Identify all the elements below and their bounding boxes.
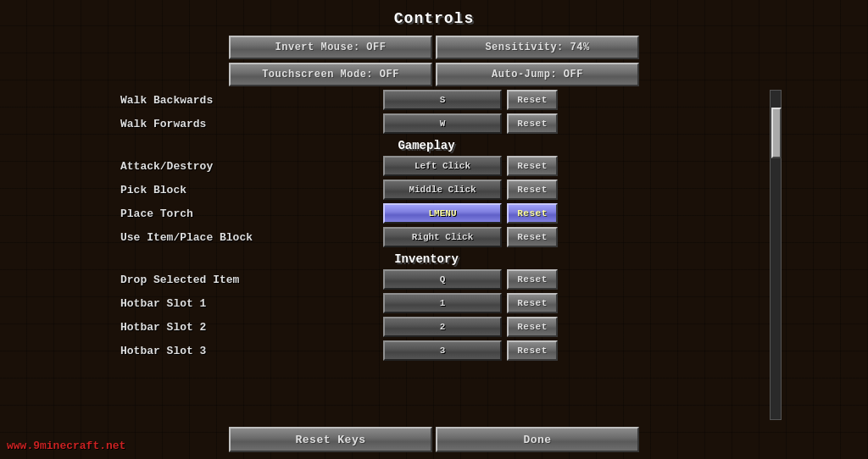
drop-key-button[interactable]: Q	[383, 269, 502, 290]
control-row-walk-forwards: Walk Forwards W Reset	[86, 113, 766, 134]
walk-backwards-reset-button[interactable]: Reset	[507, 90, 558, 110]
hotbar3-label: Hotbar Slot 3	[120, 345, 383, 357]
walk-forwards-reset-col: Reset	[507, 113, 558, 134]
walk-backwards-reset-col: Reset	[507, 90, 558, 110]
walk-backwards-label: Walk Backwards	[120, 94, 383, 107]
auto-jump-button[interactable]: Auto-Jump: OFF	[436, 63, 639, 86]
reset-keys-button[interactable]: Reset Keys	[229, 427, 432, 452]
invert-mouse-button[interactable]: Invert Mouse: OFF	[229, 36, 432, 59]
walk-forwards-key-button[interactable]: W	[383, 113, 502, 134]
hotbar1-label: Hotbar Slot 1	[120, 297, 383, 310]
hotbar3-key: 3	[383, 340, 502, 361]
pick-block-label: Pick Block	[120, 184, 383, 196]
place-torch-label: Place Torch	[120, 207, 383, 220]
touchscreen-mode-button[interactable]: Touchscreen Mode: OFF	[229, 63, 432, 86]
hotbar1-reset-col: Reset	[507, 293, 558, 313]
scroll-area: Walk Backwards S Reset Walk Forwards W R…	[86, 90, 782, 420]
control-row-place-torch: Place Torch LMENU Reset	[86, 203, 766, 224]
bottom-bar: Reset Keys Done	[229, 427, 639, 452]
hotbar2-key: 2	[383, 317, 502, 337]
control-row-use-item: Use Item/Place Block Right Click Reset	[86, 227, 766, 247]
use-item-reset-col: Reset	[507, 227, 558, 247]
hotbar1-key: 1	[383, 293, 502, 313]
pick-block-key-button[interactable]: Middle Click	[383, 180, 502, 200]
use-item-key: Right Click	[383, 227, 502, 247]
pick-block-key: Middle Click	[383, 180, 502, 200]
control-row-attack: Attack/Destroy Left Click Reset	[86, 156, 766, 176]
hotbar3-reset-button[interactable]: Reset	[507, 340, 558, 361]
place-torch-reset-button[interactable]: Reset	[507, 203, 558, 224]
control-row-hotbar3: Hotbar Slot 3 3 Reset	[86, 340, 766, 361]
hotbar3-key-button[interactable]: 3	[383, 340, 502, 361]
hotbar3-reset-col: Reset	[507, 340, 558, 361]
top-buttons-row2: Touchscreen Mode: OFF Auto-Jump: OFF	[229, 63, 639, 86]
attack-reset-col: Reset	[507, 156, 558, 176]
scrollbar-track[interactable]	[770, 90, 782, 420]
use-item-label: Use Item/Place Block	[120, 231, 383, 244]
sensitivity-button[interactable]: Sensitivity: 74%	[436, 36, 639, 59]
walk-forwards-label: Walk Forwards	[120, 118, 383, 130]
drop-reset-col: Reset	[507, 269, 558, 290]
drop-reset-button[interactable]: Reset	[507, 269, 558, 290]
place-torch-key: LMENU	[383, 203, 502, 224]
pick-block-reset-button[interactable]: Reset	[507, 180, 558, 200]
attack-key: Left Click	[383, 156, 502, 176]
drop-key: Q	[383, 269, 502, 290]
watermark: www.9minecraft.net	[7, 440, 125, 452]
attack-reset-button[interactable]: Reset	[507, 156, 558, 176]
use-item-key-button[interactable]: Right Click	[383, 227, 502, 247]
hotbar1-reset-button[interactable]: Reset	[507, 293, 558, 313]
content-area: Walk Backwards S Reset Walk Forwards W R…	[86, 90, 766, 420]
place-torch-reset-col: Reset	[507, 203, 558, 224]
walk-backwards-key: S	[383, 90, 502, 110]
page-title: Controls	[394, 10, 474, 27]
scrollbar-thumb[interactable]	[771, 108, 782, 158]
control-row-hotbar1: Hotbar Slot 1 1 Reset	[86, 293, 766, 313]
inventory-section-header: Inventory	[86, 252, 766, 266]
main-container: Controls Invert Mouse: OFF Sensitivity: …	[0, 0, 868, 459]
gameplay-section-header: Gameplay	[86, 139, 766, 152]
hotbar2-reset-col: Reset	[507, 317, 558, 337]
hotbar2-reset-button[interactable]: Reset	[507, 317, 558, 337]
hotbar1-key-button[interactable]: 1	[383, 293, 502, 313]
walk-backwards-key-button[interactable]: S	[383, 90, 502, 110]
control-row-drop: Drop Selected Item Q Reset	[86, 269, 766, 290]
top-buttons-row1: Invert Mouse: OFF Sensitivity: 74%	[229, 36, 639, 59]
hotbar2-key-button[interactable]: 2	[383, 317, 502, 337]
control-row-hotbar2: Hotbar Slot 2 2 Reset	[86, 317, 766, 337]
pick-block-reset-col: Reset	[507, 180, 558, 200]
place-torch-key-button[interactable]: LMENU	[383, 203, 502, 224]
attack-key-button[interactable]: Left Click	[383, 156, 502, 176]
attack-label: Attack/Destroy	[120, 160, 383, 173]
walk-forwards-reset-button[interactable]: Reset	[507, 113, 558, 134]
walk-forwards-key: W	[383, 113, 502, 134]
hotbar2-label: Hotbar Slot 2	[120, 321, 383, 334]
control-row-walk-backwards: Walk Backwards S Reset	[86, 90, 766, 110]
control-row-pick-block: Pick Block Middle Click Reset	[86, 180, 766, 200]
use-item-reset-button[interactable]: Reset	[507, 227, 558, 247]
drop-label: Drop Selected Item	[120, 274, 383, 286]
done-button[interactable]: Done	[436, 427, 639, 452]
